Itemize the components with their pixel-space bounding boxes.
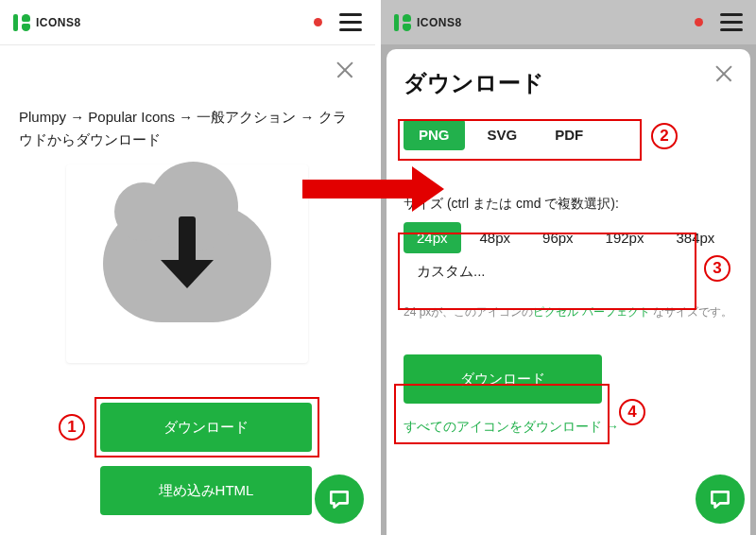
panel-title: ダウンロード bbox=[404, 68, 733, 98]
annotation-number-2: 2 bbox=[651, 123, 678, 149]
download-arrow-icon bbox=[161, 216, 214, 288]
header-actions bbox=[314, 13, 362, 31]
logo[interactable]: ICONS8 bbox=[394, 14, 462, 31]
header-actions bbox=[695, 13, 743, 31]
annotation-box-1 bbox=[94, 397, 319, 457]
cloud-download-icon bbox=[103, 205, 271, 322]
logo-icon bbox=[13, 14, 30, 31]
screen-download-modal: ICONS8 ダウンロード PNGSVGPDF サイズ (ctrl または cm… bbox=[381, 0, 756, 535]
record-indicator-icon bbox=[314, 18, 322, 26]
annotation-box-3 bbox=[398, 233, 696, 310]
logo-text: ICONS8 bbox=[36, 16, 81, 29]
annotation-box-4 bbox=[394, 384, 610, 444]
header: ICONS8 bbox=[381, 0, 756, 45]
chat-icon bbox=[708, 487, 732, 511]
logo[interactable]: ICONS8 bbox=[13, 14, 81, 31]
screen-icon-detail: ICONS8 Plumpy → Popular Icons → 一般アクション … bbox=[0, 0, 375, 535]
annotation-number-1: 1 bbox=[59, 414, 85, 440]
record-indicator-icon bbox=[695, 18, 703, 26]
size-label: サイズ (ctrl または cmd で複数選択): bbox=[404, 196, 733, 213]
annotation-box-2 bbox=[398, 119, 642, 161]
close-icon[interactable] bbox=[334, 59, 356, 81]
icon-preview bbox=[66, 164, 308, 363]
embed-html-button[interactable]: 埋め込みHTML bbox=[100, 466, 312, 515]
menu-button[interactable] bbox=[339, 13, 362, 31]
header: ICONS8 bbox=[0, 0, 375, 45]
annotation-number-4: 4 bbox=[619, 399, 645, 425]
transition-arrow-icon bbox=[302, 180, 416, 198]
chat-icon bbox=[327, 487, 352, 511]
annotation-number-3: 3 bbox=[704, 255, 730, 282]
chat-fab[interactable] bbox=[315, 475, 364, 524]
close-icon[interactable] bbox=[713, 62, 735, 85]
chat-fab[interactable] bbox=[696, 475, 745, 524]
menu-button[interactable] bbox=[720, 13, 743, 31]
logo-text: ICONS8 bbox=[417, 16, 462, 29]
logo-icon bbox=[394, 14, 411, 31]
breadcrumb: Plumpy → Popular Icons → 一般アクション → クラウドか… bbox=[19, 106, 347, 151]
